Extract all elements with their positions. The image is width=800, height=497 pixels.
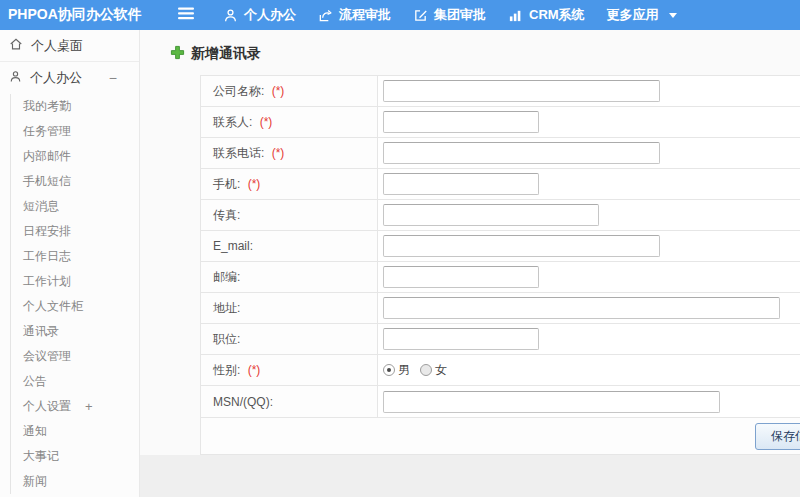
nav-group-approval[interactable]: 集团审批 bbox=[402, 0, 497, 30]
form-row-fax: 传真: bbox=[201, 200, 800, 231]
sidebar-item-sms[interactable]: 手机短信 bbox=[11, 169, 139, 194]
topbar-nav: 个人办公 流程审批 集团审批 CRM系统 更多应用 bbox=[212, 0, 688, 30]
form-actions-row: 保存信息 bbox=[201, 418, 800, 455]
radio-label: 女 bbox=[435, 362, 447, 379]
form-row-gender: 性别: (*) 男女 bbox=[201, 355, 800, 386]
caret-down-icon bbox=[669, 13, 677, 18]
contact-person-input[interactable] bbox=[383, 111, 539, 133]
page-title-text: 新增通讯录 bbox=[191, 45, 261, 63]
nav-more-apps[interactable]: 更多应用 bbox=[596, 0, 688, 30]
edit-icon bbox=[413, 8, 428, 23]
field-label: 地址: bbox=[213, 301, 240, 315]
field-label: MSN/(QQ): bbox=[213, 395, 273, 409]
form-row-position: 职位: bbox=[201, 324, 800, 355]
person-icon bbox=[223, 8, 238, 23]
sidebar-item-desktop[interactable]: 个人桌面 bbox=[0, 30, 139, 62]
required-mark: (*) bbox=[244, 363, 260, 377]
flow-icon bbox=[318, 8, 333, 23]
field-label: 联系人: bbox=[213, 115, 252, 129]
collapse-icon[interactable]: − bbox=[109, 70, 117, 86]
form-row-email: E_mail: bbox=[201, 231, 800, 262]
radio-label: 男 bbox=[398, 362, 410, 379]
form-row-contact-phone: 联系电话: (*) bbox=[201, 138, 800, 169]
hamburger-icon bbox=[178, 6, 194, 24]
hamburger-menu-button[interactable] bbox=[170, 2, 202, 28]
field-label: 手机: bbox=[213, 177, 240, 191]
field-label: 邮编: bbox=[213, 270, 240, 284]
save-button[interactable]: 保存信息 bbox=[755, 423, 800, 450]
app-logo: PHPOA协同办公软件 bbox=[0, 6, 140, 24]
radio-option: 女 bbox=[420, 362, 447, 379]
sidebar-item-work-plan[interactable]: 工作计划 bbox=[11, 269, 139, 294]
sidebar-item-attendance[interactable]: 我的考勤 bbox=[11, 94, 139, 119]
form-row-msn-qq: MSN/(QQ): bbox=[201, 386, 800, 418]
sidebar-menu: 我的考勤 任务管理 内部邮件 手机短信 短消息 日程安排 工作日志 工作计划 个… bbox=[10, 94, 139, 494]
field-label: 公司名称: bbox=[213, 84, 264, 98]
required-mark: (*) bbox=[268, 84, 284, 98]
field-label: E_mail: bbox=[213, 239, 253, 253]
sidebar-item-schedule[interactable]: 日程安排 bbox=[11, 219, 139, 244]
sidebar-item-contacts[interactable]: 通讯录 bbox=[11, 319, 139, 344]
sidebar-item-file-cabinet[interactable]: 个人文件柜 bbox=[11, 294, 139, 319]
page-title: 新增通讯录 bbox=[170, 46, 800, 62]
field-label: 联系电话: bbox=[213, 146, 264, 160]
form-row-mobile: 手机: (*) bbox=[201, 169, 800, 200]
required-mark: (*) bbox=[268, 146, 284, 160]
contact-form: 公司名称: (*) 联系人: (*) 联系电话: (*) 手机: (*) 传真:… bbox=[200, 75, 800, 455]
sidebar-group-personal-office[interactable]: 个人办公 − bbox=[0, 62, 139, 94]
field-label: 性别: bbox=[213, 363, 240, 377]
home-icon bbox=[9, 37, 23, 54]
nav-crm-system[interactable]: CRM系统 bbox=[497, 0, 596, 30]
gender-radio-男[interactable] bbox=[383, 364, 395, 376]
form-row-zip-code: 邮编: bbox=[201, 262, 800, 293]
gender-radio-女[interactable] bbox=[420, 364, 432, 376]
sidebar-item-notices[interactable]: 通知 bbox=[11, 419, 139, 444]
zip-code-input[interactable] bbox=[383, 266, 539, 288]
msn-qq-input[interactable] bbox=[383, 391, 720, 413]
topbar: PHPOA协同办公软件 个人办公 流程审批 集团审批 bbox=[0, 0, 800, 30]
fax-input[interactable] bbox=[383, 204, 599, 226]
sidebar-item-news[interactable]: 新闻 bbox=[11, 469, 139, 494]
contact-phone-input[interactable] bbox=[383, 142, 660, 164]
content-panel: 新增通讯录 公司名称: (*) 联系人: (*) 联系电话: (*) 手机: (… bbox=[140, 30, 800, 455]
sidebar-item-personal-settings[interactable]: 个人设置 + bbox=[11, 394, 139, 419]
expand-icon[interactable]: + bbox=[85, 399, 93, 414]
form-row-company-name: 公司名称: (*) bbox=[201, 76, 800, 107]
nav-workflow-approval[interactable]: 流程审批 bbox=[307, 0, 402, 30]
address-input[interactable] bbox=[383, 297, 780, 319]
sidebar-item-announcements[interactable]: 公告 bbox=[11, 369, 139, 394]
plus-icon bbox=[170, 45, 185, 64]
mobile-input[interactable] bbox=[383, 173, 539, 195]
sidebar-item-tasks[interactable]: 任务管理 bbox=[11, 119, 139, 144]
field-label: 职位: bbox=[213, 332, 240, 346]
person-icon bbox=[9, 70, 22, 86]
form-row-contact-person: 联系人: (*) bbox=[201, 107, 800, 138]
sidebar-item-internal-mail[interactable]: 内部邮件 bbox=[11, 144, 139, 169]
email-input[interactable] bbox=[383, 235, 660, 257]
sidebar-item-events[interactable]: 大事记 bbox=[11, 444, 139, 469]
radio-option: 男 bbox=[383, 362, 410, 379]
sidebar-item-short-message[interactable]: 短消息 bbox=[11, 194, 139, 219]
form-row-address: 地址: bbox=[201, 293, 800, 324]
bar-chart-icon bbox=[508, 8, 523, 23]
required-mark: (*) bbox=[256, 115, 272, 129]
required-mark: (*) bbox=[244, 177, 260, 191]
sidebar-item-work-log[interactable]: 工作日志 bbox=[11, 244, 139, 269]
nav-personal-office[interactable]: 个人办公 bbox=[212, 0, 307, 30]
sidebar-item-meetings[interactable]: 会议管理 bbox=[11, 344, 139, 369]
position-input[interactable] bbox=[383, 328, 539, 350]
sidebar: 个人桌面 个人办公 − 我的考勤 任务管理 内部邮件 手机短信 短消息 日程安排… bbox=[0, 30, 140, 497]
field-label: 传真: bbox=[213, 208, 240, 222]
main-content: 新增通讯录 公司名称: (*) 联系人: (*) 联系电话: (*) 手机: (… bbox=[140, 30, 800, 497]
company-name-input[interactable] bbox=[383, 80, 660, 102]
